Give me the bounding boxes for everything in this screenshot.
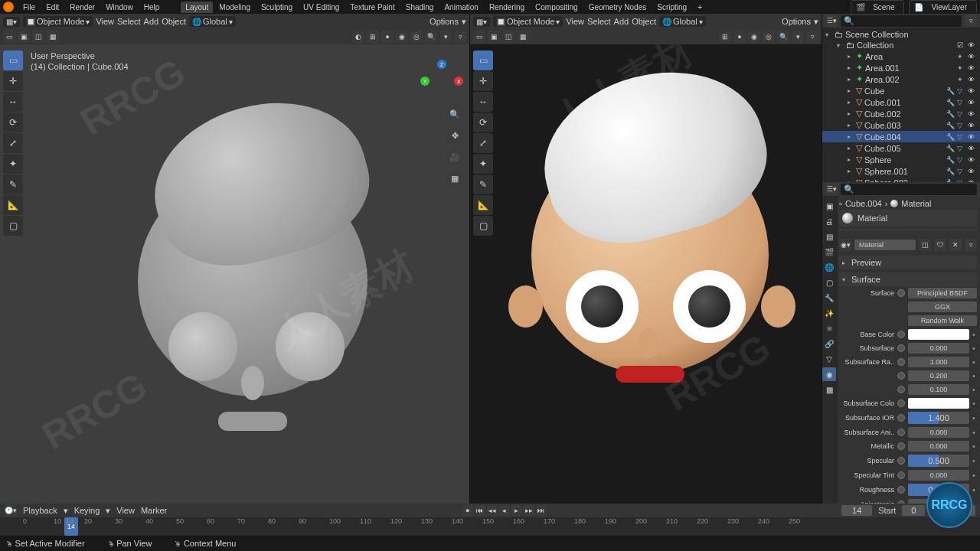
- mat-unlink-icon[interactable]: ✕: [949, 239, 962, 251]
- tree-item[interactable]: ▸▽ Cube🔧▽👁: [822, 85, 980, 96]
- tree-root[interactable]: ▾🗀Scene Collection: [822, 29, 980, 40]
- anim-dot[interactable]: •: [972, 385, 977, 394]
- hmenu2-object[interactable]: Object: [632, 17, 656, 26]
- vp2-icon1[interactable]: ▭: [473, 31, 485, 43]
- tool2-move[interactable]: ↔: [473, 92, 493, 112]
- tl-playback[interactable]: Playback: [23, 506, 57, 515]
- hmenu2-view[interactable]: View: [566, 17, 584, 26]
- input-dot[interactable]: [897, 442, 905, 450]
- tool-cursor[interactable]: ✛: [3, 71, 23, 91]
- options-btn[interactable]: Options: [430, 17, 459, 26]
- play-icon[interactable]: ▸: [511, 505, 522, 516]
- tab-geonodes[interactable]: Geometry Nodes: [584, 2, 652, 13]
- viewport-1[interactable]: User Perspective (14) Collection | Cube.…: [0, 44, 469, 504]
- start-frame[interactable]: 0: [902, 505, 925, 516]
- tool-scale[interactable]: ⤢: [3, 133, 23, 153]
- current-frame[interactable]: 14: [841, 505, 872, 516]
- tool2-annotate[interactable]: ✎: [473, 174, 493, 194]
- tree-item[interactable]: ▸▽ Cube.005🔧▽👁: [822, 142, 980, 154]
- select-mode-icon[interactable]: ▭: [3, 31, 15, 43]
- anim-dot[interactable]: •: [972, 357, 977, 367]
- input-dot[interactable]: [897, 344, 905, 352]
- input-dot[interactable]: [897, 331, 905, 338]
- distribution[interactable]: GGX: [908, 302, 977, 312]
- shading-matprev-icon[interactable]: ◉: [396, 31, 408, 43]
- vp2-search-icon[interactable]: 🔍: [777, 31, 789, 43]
- proptab-modifier[interactable]: 🔧: [822, 291, 836, 305]
- anim-dot[interactable]: •: [972, 442, 977, 451]
- shading-solid-icon[interactable]: ●: [381, 31, 394, 43]
- tree-item[interactable]: ▸▽ Cube.002🔧▽👁: [822, 108, 980, 119]
- tab-scripting[interactable]: Scripting: [652, 2, 691, 13]
- tool2-cursor[interactable]: ✛: [473, 71, 493, 91]
- jump-start-icon[interactable]: ⏮: [475, 505, 485, 516]
- subsurf-method[interactable]: Random Walk: [908, 315, 977, 326]
- outliner-search[interactable]: 🔍: [841, 15, 962, 27]
- proptab-render[interactable]: ▣: [822, 199, 836, 213]
- vp2-icon3[interactable]: ◫: [502, 31, 514, 43]
- mat-newuser-icon[interactable]: ◫: [919, 239, 931, 251]
- num-input[interactable]: 0.000: [908, 343, 969, 354]
- tool-select-box[interactable]: ▭: [3, 51, 23, 70]
- vp2-shading3[interactable]: ◉: [748, 31, 760, 43]
- outliner-type-icon[interactable]: ☰▾: [825, 15, 838, 27]
- tree-item[interactable]: ▸▽ Cube.003🔧▽👁: [822, 119, 980, 131]
- anim-dot[interactable]: •: [972, 330, 977, 339]
- xray-icon[interactable]: ◐: [352, 31, 364, 43]
- autokey-icon[interactable]: ●: [462, 505, 473, 516]
- tree-collection[interactable]: ▾🗀Collection☑👁: [822, 40, 980, 51]
- num-input[interactable]: 1.400: [908, 412, 969, 424]
- mode-selector[interactable]: 🔲 Object Mode ▾: [23, 16, 93, 27]
- material-name-input[interactable]: Material: [854, 240, 916, 250]
- hmenu-add[interactable]: Add: [144, 17, 159, 26]
- input-dot[interactable]: [897, 486, 905, 494]
- tree-item[interactable]: ▸▽ Sphere.001🔧▽👁: [822, 165, 980, 177]
- proptab-world[interactable]: 🌐: [822, 260, 836, 274]
- num-input[interactable]: 0.200: [908, 370, 969, 381]
- num-input[interactable]: 0.000: [908, 427, 969, 438]
- hmenu-view[interactable]: View: [96, 17, 114, 26]
- input-dot[interactable]: [897, 399, 905, 407]
- nav-pan-icon[interactable]: ✥: [446, 127, 463, 144]
- options-chevron-icon[interactable]: ▾: [462, 17, 466, 27]
- anim-dot[interactable]: •: [972, 428, 977, 437]
- jump-end-icon[interactable]: ⏭: [536, 505, 547, 516]
- tool2-addcube[interactable]: ▢: [473, 216, 493, 236]
- menu-help[interactable]: Help: [139, 2, 165, 13]
- material-slot[interactable]: Material: [839, 210, 977, 227]
- input-dot[interactable]: [897, 457, 905, 465]
- mat-fake-icon[interactable]: 🛡: [934, 239, 946, 251]
- anim-dot[interactable]: •: [972, 456, 977, 465]
- anim-dot[interactable]: •: [972, 344, 977, 353]
- options-btn-2[interactable]: Options: [782, 17, 811, 26]
- tool2-select[interactable]: ▭: [473, 51, 493, 70]
- input-dot[interactable]: [897, 414, 905, 422]
- nav-persp-icon[interactable]: ▦: [446, 170, 463, 187]
- tool-move[interactable]: ↔: [3, 92, 23, 112]
- options-chevron-2[interactable]: ▾: [814, 17, 818, 27]
- select-mode-icon4[interactable]: ▦: [47, 31, 59, 43]
- vp2-icon4[interactable]: ▦: [517, 31, 529, 43]
- proptab-viewlayer[interactable]: ▤: [822, 230, 836, 243]
- hmenu-select[interactable]: Select: [117, 17, 141, 26]
- tab-layout[interactable]: Layout: [181, 2, 213, 13]
- proptab-object[interactable]: ▢: [822, 276, 836, 289]
- tab-sculpting[interactable]: Sculpting: [256, 2, 297, 13]
- orientation-2[interactable]: 🌐 Global ▾: [659, 16, 706, 27]
- num-input[interactable]: 0.000: [908, 441, 969, 452]
- breadcrumb-obj[interactable]: Cube.004: [845, 199, 882, 208]
- props-search[interactable]: 🔍: [841, 184, 977, 195]
- select-mode-icon2[interactable]: ▣: [18, 31, 30, 43]
- tab-rendering[interactable]: Rendering: [485, 2, 529, 13]
- nav-gizmo[interactable]: Z X Y: [420, 60, 463, 103]
- shading-wire-icon[interactable]: ⊞: [367, 31, 379, 43]
- tree-item[interactable]: ▸▽ Cube.001🔧▽👁: [822, 96, 980, 108]
- anim-dot[interactable]: •: [972, 399, 977, 408]
- proptab-constraint[interactable]: 🔗: [822, 337, 836, 350]
- tab-texturepaint[interactable]: Texture Paint: [345, 2, 399, 13]
- shader-select[interactable]: Principled BSDF: [908, 288, 977, 298]
- tl-keying[interactable]: Keying: [74, 506, 100, 515]
- menu-edit[interactable]: Edit: [41, 2, 64, 13]
- num-input[interactable]: 0.100: [908, 384, 969, 395]
- mat-nodes-icon[interactable]: ▿: [965, 239, 977, 251]
